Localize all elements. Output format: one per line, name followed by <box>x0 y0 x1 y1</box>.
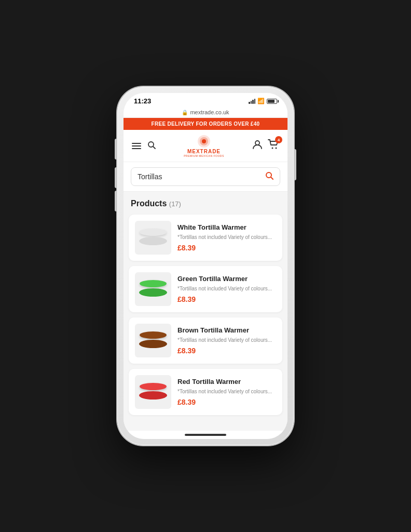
product-price-brown: £8.39 <box>177 347 276 355</box>
svg-point-8 <box>275 148 277 149</box>
product-image-white <box>135 221 171 255</box>
product-name-red: Red Tortilla Warmer <box>177 378 276 387</box>
svg-line-10 <box>271 177 273 179</box>
logo-tagline: PREMIUM MEXICAN FOODS <box>184 154 224 157</box>
svg-line-1 <box>153 147 155 149</box>
product-card-white[interactable]: White Tortilla Warmer *Tortillas not inc… <box>129 215 282 261</box>
product-info-red: Red Tortilla Warmer *Tortillas not inclu… <box>177 378 276 406</box>
product-desc-green: *Tortillas not included Variety of colou… <box>177 285 276 292</box>
promo-banner[interactable]: FREE DELIVERY FOR ORDERS OVER £40 <box>124 118 287 130</box>
home-bar <box>185 434 226 436</box>
product-price-red: £8.39 <box>177 398 276 406</box>
product-info-white: White Tortilla Warmer *Tortillas not inc… <box>177 223 276 252</box>
search-bar[interactable] <box>131 167 280 186</box>
product-card-red[interactable]: Red Tortilla Warmer *Tortillas not inclu… <box>129 369 282 415</box>
status-time: 11:23 <box>134 97 151 105</box>
product-price-white: £8.39 <box>177 244 276 252</box>
battery-icon <box>267 99 277 104</box>
svg-point-6 <box>255 141 259 145</box>
product-image-red <box>135 375 171 409</box>
product-name-white: White Tortilla Warmer <box>177 223 276 232</box>
status-bar: 11:23 📶 <box>124 93 287 107</box>
search-input[interactable] <box>138 172 265 181</box>
cart-badge: 4 <box>275 136 282 143</box>
content-area: Products (17) White Tortilla Warmer *Tor… <box>124 192 287 431</box>
status-icons: 📶 <box>249 98 277 104</box>
product-info-green: Green Tortilla Warmer *Tortillas not inc… <box>177 275 276 303</box>
cart-button[interactable]: 4 <box>268 139 279 152</box>
product-list: White Tortilla Warmer *Tortillas not inc… <box>129 215 282 415</box>
product-name-brown: Brown Tortilla Warmer <box>177 326 276 335</box>
top-nav: ✦ MEXTRADE PREMIUM MEXICAN FOODS <box>124 130 287 162</box>
product-desc-brown: *Tortillas not included Variety of colou… <box>177 337 276 343</box>
nav-left <box>132 141 156 151</box>
hamburger-menu-button[interactable] <box>132 143 141 149</box>
product-card-brown[interactable]: Brown Tortilla Warmer *Tortillas not inc… <box>129 317 282 364</box>
logo-emblem: ✦ <box>197 134 211 149</box>
product-card-green[interactable]: Green Tortilla Warmer *Tortillas not inc… <box>129 266 282 312</box>
signal-icon <box>249 99 255 104</box>
url-bar[interactable]: 🔒 mextrade.co.uk <box>124 107 287 118</box>
url-text: mextrade.co.uk <box>190 109 229 115</box>
nav-right: 4 <box>252 139 279 152</box>
svg-text:✦: ✦ <box>202 140 206 143</box>
logo[interactable]: ✦ MEXTRADE PREMIUM MEXICAN FOODS <box>184 134 224 157</box>
section-title: Products <box>131 199 167 208</box>
product-price-green: £8.39 <box>177 295 276 303</box>
product-desc-red: *Tortillas not included Variety of colou… <box>177 388 276 395</box>
lock-icon: 🔒 <box>182 110 188 115</box>
product-image-green <box>135 272 171 306</box>
section-count: (17) <box>169 200 181 208</box>
product-info-brown: Brown Tortilla Warmer *Tortillas not inc… <box>177 326 276 355</box>
home-indicator <box>124 431 287 439</box>
user-account-button[interactable] <box>252 139 263 152</box>
section-header: Products (17) <box>129 199 282 208</box>
search-container <box>124 162 287 192</box>
logo-text: MEXTRADE <box>187 149 221 154</box>
product-desc-white: *Tortillas not included Variety of colou… <box>177 234 276 241</box>
search-submit-button[interactable] <box>265 171 273 182</box>
product-image-brown <box>135 324 171 357</box>
product-name-green: Green Tortilla Warmer <box>177 275 276 284</box>
phone-screen: 11:23 📶 🔒 mextrade.co.uk FREE DELIVERY F… <box>124 93 287 439</box>
phone-frame: 11:23 📶 🔒 mextrade.co.uk FREE DELIVERY F… <box>117 87 294 445</box>
wifi-icon: 📶 <box>257 98 265 104</box>
search-nav-button[interactable] <box>147 141 156 151</box>
svg-point-7 <box>271 148 273 149</box>
